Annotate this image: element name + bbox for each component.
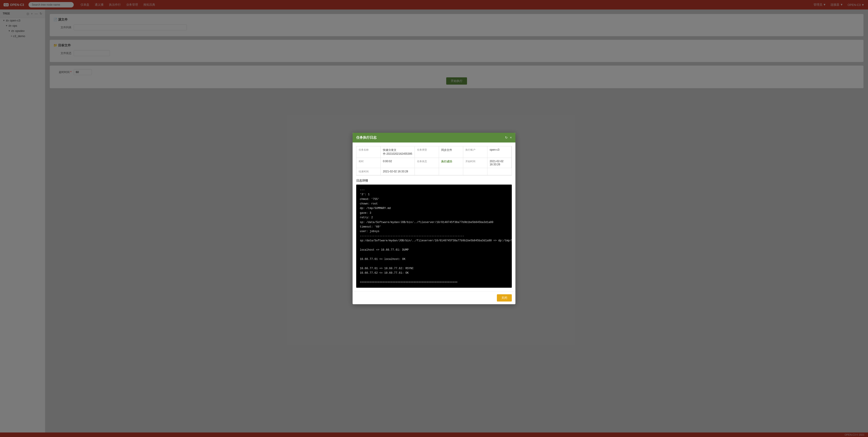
log-terminal[interactable]: --- '3': 1 chmod: '755' chown: root dp: … (356, 185, 512, 288)
end-time-label: 结束时间 (356, 168, 381, 175)
start-time-value: 2021-02-02 16:33:26 (487, 158, 512, 168)
modal-title: 任务执行日志 (356, 135, 377, 140)
duration-label: 耗时 (356, 158, 381, 168)
start-time-label: 开始时间 (463, 158, 487, 168)
task-name-label: 任务名称 (356, 146, 381, 158)
task-status-label: 任务状态 (415, 158, 439, 168)
info-grid: 任务名称 快速分发文件-20210202162455395 任务类型 同步文件 … (356, 146, 512, 176)
log-details-title: 日志详情 (356, 179, 512, 183)
task-status-value: 执行成功 (439, 158, 463, 168)
task-name-value: 快速分发文件-20210202162455395 (381, 146, 414, 158)
modal-body: 任务名称 快速分发文件-20210202162455395 任务类型 同步文件 … (352, 143, 516, 291)
duration-value: 0:00:02 (381, 158, 414, 168)
task-type-label: 任务类型 (415, 146, 439, 158)
task-type-value: 同步文件 (439, 146, 463, 158)
executor-label: 执行账户 (463, 146, 487, 158)
task-log-modal: 任务执行日志 ↻ × 任务名称 快速分发文件-20210202162455395… (352, 133, 516, 304)
modal-overlay: 任务执行日志 ↻ × 任务名称 快速分发文件-20210202162455395… (0, 0, 868, 437)
modal-header-icons: ↻ × (505, 136, 512, 139)
modal-header: 任务执行日志 ↻ × (352, 133, 516, 143)
end-time-value: 2021-02-02 16:33:28 (381, 168, 414, 175)
modal-footer: 关闭 (352, 291, 516, 304)
modal-close-button[interactable]: 关闭 (497, 294, 512, 302)
executor-value: open-c3 (487, 146, 512, 158)
modal-close-icon[interactable]: × (510, 136, 512, 139)
modal-refresh-icon[interactable]: ↻ (505, 136, 508, 139)
